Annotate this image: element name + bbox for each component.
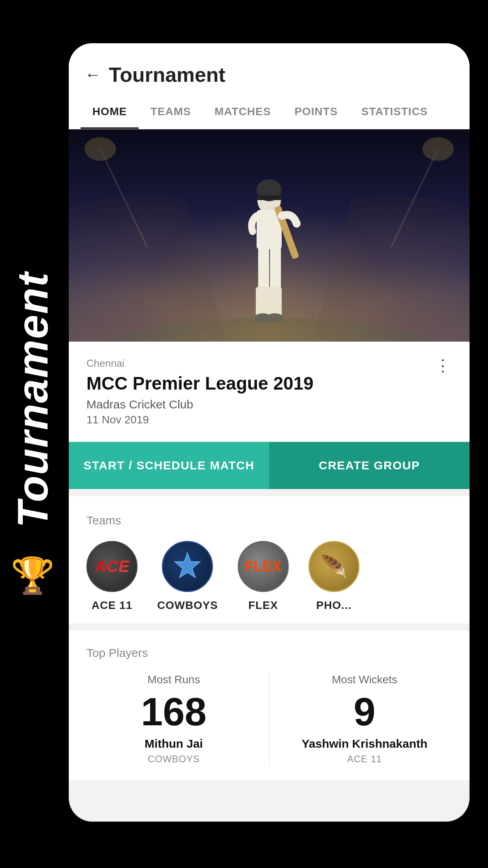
more-options-button[interactable]: ⋮ — [435, 357, 452, 374]
runs-player-name: Mithun Jai — [86, 737, 261, 750]
teams-section-title: Teams — [86, 514, 452, 527]
wickets-player-name: Yashwin Krishnakanth — [277, 737, 452, 750]
svg-marker-16 — [175, 553, 200, 577]
tournament-name: MCC Premier League 2019 — [86, 373, 452, 394]
team-name-phoenix: PHO... — [316, 599, 352, 612]
teams-section: Teams ACE ACE 11 COWBOYS FLE — [69, 496, 470, 623]
team-item-flex[interactable]: FLEX FLEX — [238, 541, 289, 612]
runs-player-team: COWBOYS — [86, 754, 261, 765]
top-players-title: Top Players — [86, 646, 452, 660]
team-item-phoenix[interactable]: 🪶 PHO... — [308, 541, 360, 612]
team-item-cowboys[interactable]: COWBOYS — [157, 541, 218, 612]
team-name-cowboys: COWBOYS — [157, 599, 218, 612]
wickets-player-team: ACE 11 — [277, 754, 452, 765]
city-label: Chennai — [86, 357, 452, 370]
back-button[interactable]: ← — [84, 66, 101, 83]
schedule-match-button[interactable]: START / SCHEDULE MATCH — [69, 442, 269, 489]
action-buttons-row: START / SCHEDULE MATCH CREATE GROUP — [69, 442, 470, 489]
header-title: Tournament — [109, 63, 226, 86]
tournament-info: Chennai MCC Premier League 2019 Madras C… — [69, 342, 470, 442]
team-logo-phoenix: 🪶 — [308, 541, 360, 592]
tournament-date: 11 Nov 2019 — [86, 414, 452, 426]
team-name-ace11: ACE 11 — [92, 599, 132, 612]
hero-image — [69, 129, 470, 342]
most-wickets-label: Most Wickets — [277, 673, 452, 686]
players-grid: Most Runs 168 Mithun Jai COWBOYS Most Wi… — [86, 673, 452, 765]
most-runs-label: Most Runs — [86, 673, 261, 686]
vertical-title: Tournament — [11, 272, 54, 528]
left-sidebar: Tournament 🏆 — [0, 0, 65, 868]
tab-statistics[interactable]: STATISTICS — [350, 94, 440, 129]
runs-value: 168 — [86, 692, 261, 731]
phone-frame: ← Tournament HOME TEAMS MATCHES POINTS S… — [69, 43, 470, 822]
club-name: Madras Cricket Club — [86, 398, 452, 411]
most-runs-stat: Most Runs 168 Mithun Jai COWBOYS — [86, 673, 261, 765]
teams-row: ACE ACE 11 COWBOYS FLEX FLEX — [86, 541, 452, 612]
tab-bar: HOME TEAMS MATCHES POINTS STATISTICS — [69, 94, 470, 129]
trophy-icon: 🏆 — [11, 555, 55, 596]
players-divider — [269, 673, 270, 765]
create-group-button[interactable]: CREATE GROUP — [269, 442, 470, 489]
tab-teams[interactable]: TEAMS — [139, 94, 203, 129]
team-item-ace11[interactable]: ACE ACE 11 — [86, 541, 138, 612]
tab-matches[interactable]: MATCHES — [203, 94, 283, 129]
team-logo-cowboys — [162, 541, 213, 592]
wickets-value: 9 — [277, 692, 452, 731]
team-logo-ace11: ACE — [86, 541, 138, 592]
tab-points[interactable]: POINTS — [283, 94, 349, 129]
svg-point-3 — [422, 137, 454, 161]
svg-rect-7 — [257, 195, 282, 200]
tab-home[interactable]: HOME — [81, 94, 139, 129]
top-players-section: Top Players Most Runs 168 Mithun Jai COW… — [69, 631, 470, 780]
app-header: ← Tournament — [69, 43, 470, 94]
team-logo-flex: FLEX — [238, 541, 289, 592]
most-wickets-stat: Most Wickets 9 Yashwin Krishnakanth ACE … — [277, 673, 452, 765]
svg-point-2 — [84, 137, 116, 161]
team-name-flex: FLEX — [248, 599, 278, 612]
